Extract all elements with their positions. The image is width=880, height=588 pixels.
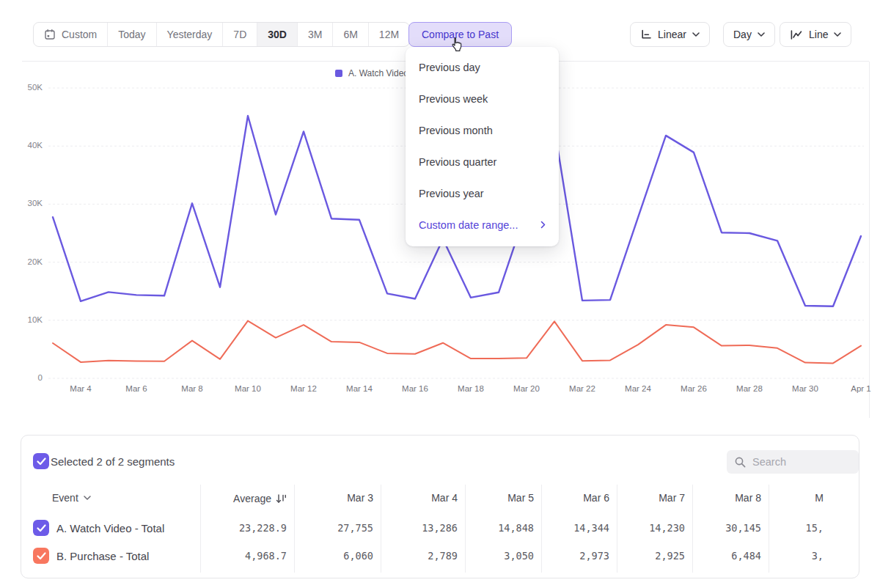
menu-item-previous-year[interactable]: Previous year bbox=[406, 177, 559, 209]
event-header-label: Event bbox=[52, 492, 78, 504]
x-tick-mar-30: Mar 30 bbox=[783, 384, 827, 393]
date-range-label: 6M bbox=[343, 29, 357, 40]
scale-label: Linear bbox=[658, 29, 686, 40]
column-header-mar-3[interactable]: Mar 3 bbox=[293, 492, 373, 505]
cell-value: 2,925 bbox=[604, 550, 685, 563]
cell-value: 14,344 bbox=[529, 522, 609, 535]
scale-dropdown-button[interactable]: Linear bbox=[630, 22, 710, 47]
cell-value: 3,050 bbox=[453, 550, 534, 563]
date-range-custom[interactable]: Custom bbox=[34, 23, 108, 46]
date-range-yesterday[interactable]: Yesterday bbox=[157, 23, 224, 46]
date-range-7d[interactable]: 7D bbox=[223, 23, 257, 46]
cell-value: 27,755 bbox=[293, 522, 373, 535]
menu-item-label: Previous day bbox=[419, 62, 480, 73]
insights-report-page: 010K20K30K40K50K Mar 4Mar 6Mar 8Mar 10Ma… bbox=[0, 0, 880, 588]
line-chart-icon bbox=[790, 29, 803, 40]
linear-scale-icon bbox=[640, 29, 652, 40]
menu-item-label: Previous week bbox=[419, 93, 488, 105]
check-icon bbox=[37, 524, 46, 532]
y-tick-10K: 10K bbox=[10, 315, 43, 324]
menu-item-previous-month[interactable]: Previous month bbox=[406, 114, 559, 146]
granularity-label: Day bbox=[733, 29, 752, 40]
row-label: A. Watch Video - Total bbox=[56, 522, 164, 535]
date-range-30d[interactable]: 30D bbox=[257, 23, 298, 46]
search-input[interactable] bbox=[752, 456, 848, 468]
selected-segments-label: Selected 2 of 2 segments bbox=[51, 455, 175, 468]
x-tick-mar-8: Mar 8 bbox=[170, 384, 214, 393]
average-column-header[interactable]: Average bbox=[184, 492, 287, 505]
segments-table-card: Selected 2 of 2 segments Event Average bbox=[21, 435, 859, 578]
check-icon bbox=[37, 457, 46, 466]
cell-value: 2,973 bbox=[529, 550, 609, 563]
cell-value: 14,230 bbox=[604, 522, 685, 535]
search-icon bbox=[734, 456, 747, 468]
series-line-b-purchase-total[interactable] bbox=[53, 321, 861, 364]
y-tick-0: 0 bbox=[10, 373, 43, 382]
average-value: 4,968.7 bbox=[191, 550, 287, 563]
chevron-down-icon bbox=[692, 32, 700, 37]
segments-table: Event Average Mar 3Mar 4Mar 5Mar 6Mar 7M… bbox=[21, 476, 824, 578]
x-tick-mar-18: Mar 18 bbox=[449, 384, 493, 393]
chevron-down-icon bbox=[84, 496, 91, 500]
x-tick-mar-20: Mar 20 bbox=[505, 384, 549, 393]
date-range-6m[interactable]: 6M bbox=[333, 23, 368, 46]
date-range-label: Yesterday bbox=[167, 29, 213, 40]
row-checkbox-watch-video[interactable] bbox=[33, 520, 49, 536]
column-header-m[interactable]: M bbox=[743, 492, 824, 505]
cell-value: 3, bbox=[743, 550, 824, 563]
date-range-label: 7D bbox=[233, 29, 246, 40]
menu-item-custom-date-range[interactable]: Custom date range... bbox=[406, 209, 559, 240]
date-range-12m[interactable]: 12M bbox=[369, 23, 409, 46]
search-box[interactable] bbox=[727, 450, 859, 474]
x-tick-mar-4: Mar 4 bbox=[59, 384, 103, 393]
x-tick-mar-6: Mar 6 bbox=[114, 384, 158, 393]
average-header-label: Average bbox=[233, 493, 271, 504]
chart-type-dropdown-button[interactable]: Line bbox=[780, 22, 851, 47]
menu-item-previous-week[interactable]: Previous week bbox=[406, 83, 559, 114]
chevron-right-icon bbox=[540, 221, 546, 229]
row-label: B. Purchase - Total bbox=[56, 550, 149, 563]
menu-item-previous-quarter[interactable]: Previous quarter bbox=[406, 146, 559, 177]
menu-item-label: Custom date range... bbox=[419, 219, 518, 231]
legend-swatch bbox=[335, 70, 342, 77]
select-all-checkbox[interactable] bbox=[33, 453, 49, 469]
date-range-label: 3M bbox=[308, 29, 322, 40]
date-range-today[interactable]: Today bbox=[108, 23, 156, 46]
sort-descending-icon bbox=[276, 494, 287, 504]
menu-item-label: Previous month bbox=[419, 125, 493, 136]
date-range-label: Custom bbox=[62, 29, 97, 40]
menu-item-label: Previous year bbox=[419, 188, 484, 199]
cell-value: 6,060 bbox=[293, 550, 373, 563]
y-tick-50K: 50K bbox=[10, 83, 43, 92]
x-tick-mar-24: Mar 24 bbox=[616, 384, 660, 393]
date-range-3m[interactable]: 3M bbox=[298, 23, 333, 46]
cell-value: 13,286 bbox=[377, 522, 458, 535]
x-tick-mar-26: Mar 26 bbox=[672, 384, 716, 393]
x-tick-mar-14: Mar 14 bbox=[337, 384, 381, 393]
date-range-segmented-control: CustomTodayYesterday7D30D3M6M12M bbox=[33, 22, 410, 47]
y-tick-40K: 40K bbox=[10, 141, 43, 150]
column-header-mar-4[interactable]: Mar 4 bbox=[377, 492, 458, 505]
granularity-dropdown-button[interactable]: Day bbox=[723, 22, 775, 47]
x-tick-mar-28: Mar 28 bbox=[727, 384, 771, 393]
x-tick-apr-1: Apr 1 bbox=[839, 384, 880, 393]
x-tick-mar-16: Mar 16 bbox=[393, 384, 437, 393]
calendar-icon bbox=[44, 29, 56, 40]
average-value: 23,228.9 bbox=[191, 522, 287, 535]
cell-value: 14,848 bbox=[453, 522, 534, 535]
chevron-down-icon bbox=[834, 32, 841, 37]
x-tick-mar-10: Mar 10 bbox=[226, 384, 270, 393]
date-range-label: 30D bbox=[268, 29, 287, 40]
chevron-down-icon bbox=[758, 32, 765, 37]
date-range-label: 12M bbox=[379, 29, 399, 40]
column-header-mar-6[interactable]: Mar 6 bbox=[529, 492, 609, 505]
cell-value: 2,789 bbox=[377, 550, 458, 563]
column-header-mar-5[interactable]: Mar 5 bbox=[453, 492, 534, 505]
compare-to-past-menu: Previous dayPrevious weekPrevious monthP… bbox=[406, 47, 559, 246]
row-checkbox-purchase[interactable] bbox=[33, 548, 49, 564]
chart-type-label: Line bbox=[809, 29, 828, 40]
column-header-mar-7[interactable]: Mar 7 bbox=[604, 492, 685, 505]
x-tick-mar-22: Mar 22 bbox=[560, 384, 604, 393]
menu-item-previous-day[interactable]: Previous day bbox=[406, 51, 559, 83]
event-column-header[interactable]: Event bbox=[52, 492, 91, 504]
